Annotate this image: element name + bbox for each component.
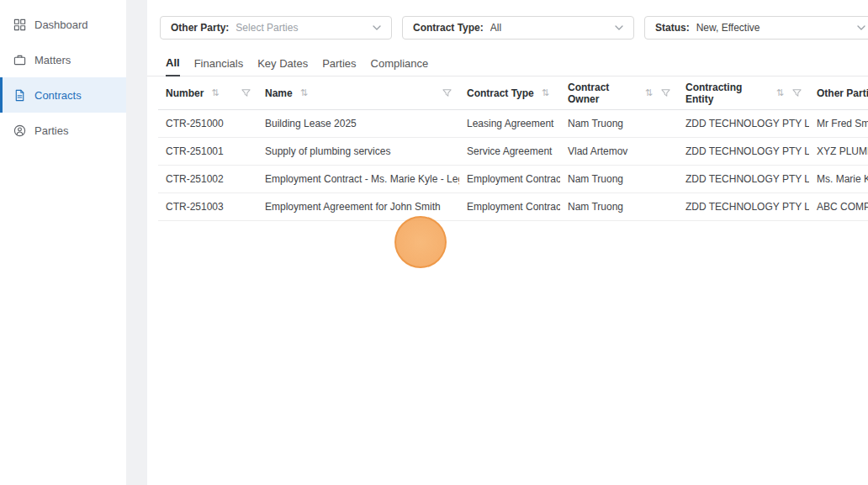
main-panel: Other Party: Select Parties Contract Typ… xyxy=(147,0,868,485)
filter-label: Contract Type: xyxy=(413,22,484,34)
table-header: Number ⇅ Name ⇅ Contract Type ⇅ Contract… xyxy=(158,76,868,110)
cell-name: Employment Contract - Ms. Marie Kyle - L… xyxy=(257,173,459,185)
column-label: Contract Type xyxy=(467,87,534,99)
table-row[interactable]: CTR-251002 Employment Contract - Ms. Mar… xyxy=(158,166,868,193)
sort-icon[interactable]: ⇅ xyxy=(645,87,653,98)
tab-compliance[interactable]: Compliance xyxy=(371,57,429,76)
filter-label: Other Party: xyxy=(171,22,229,34)
sort-icon[interactable]: ⇅ xyxy=(776,87,784,98)
cell-contracting-entity: ZDD TECHNOLOGY PTY LTD xyxy=(678,118,809,129)
sort-icon[interactable]: ⇅ xyxy=(211,87,219,98)
sidebar: Dashboard Matters Contracts xyxy=(0,0,126,485)
column-header-number[interactable]: Number ⇅ xyxy=(158,87,257,99)
cell-other-parties: XYZ PLUMBING xyxy=(809,145,868,157)
sort-icon[interactable]: ⇅ xyxy=(542,87,549,98)
sidebar-item-label: Dashboard xyxy=(34,18,88,31)
column-label: Number xyxy=(166,87,204,99)
filter-funnel-icon[interactable] xyxy=(442,88,452,98)
dashboard-icon xyxy=(13,18,26,31)
sidebar-item-label: Matters xyxy=(34,54,71,66)
tab-financials[interactable]: Financials xyxy=(194,57,244,76)
filter-value: All xyxy=(490,22,608,34)
cell-contracting-entity: ZDD TECHNOLOGY PTY LTD xyxy=(678,145,809,157)
column-label: Contracting Entity xyxy=(685,82,769,105)
column-label: Contract Owner xyxy=(568,82,638,105)
table-row[interactable]: CTR-251001 Supply of plumbing services S… xyxy=(158,138,868,166)
table-row[interactable]: CTR-251000 Building Lease 2025 Leasing A… xyxy=(158,110,868,138)
chevron-down-icon xyxy=(615,25,623,30)
sidebar-item-label: Contracts xyxy=(34,89,82,102)
contracts-icon xyxy=(13,89,26,102)
column-label: Other Parties xyxy=(817,87,868,99)
cell-name: Building Lease 2025 xyxy=(257,118,459,129)
cell-number: CTR-251002 xyxy=(158,173,257,185)
cell-other-parties: Mr Fred Smith xyxy=(809,118,868,129)
filter-funnel-icon[interactable] xyxy=(241,88,251,98)
filter-value: Select Parties xyxy=(236,22,366,34)
sort-icon[interactable]: ⇅ xyxy=(300,87,308,98)
cell-contract-type: Leasing Agreement xyxy=(459,118,560,129)
sidebar-item-parties[interactable]: Parties xyxy=(0,113,126,148)
chevron-down-icon xyxy=(373,25,381,30)
cell-contract-owner: Nam Truong xyxy=(560,118,678,129)
table-row[interactable]: CTR-251003 Employment Agreement for John… xyxy=(158,193,868,221)
sidebar-nav: Dashboard Matters Contracts xyxy=(0,0,126,148)
column-header-contract-owner[interactable]: Contract Owner ⇅ xyxy=(560,82,678,105)
sidebar-item-label: Parties xyxy=(34,124,68,137)
tab-bar: All Financials Key Dates Parties Complia… xyxy=(147,57,868,76)
cell-number: CTR-251000 xyxy=(158,118,257,129)
column-header-contracting-entity[interactable]: Contracting Entity ⇅ xyxy=(678,82,809,105)
filter-value: New, Effective xyxy=(696,22,850,34)
tab-parties[interactable]: Parties xyxy=(322,57,356,76)
contracts-table: Number ⇅ Name ⇅ Contract Type ⇅ Contract… xyxy=(158,76,868,221)
cell-other-parties: Ms. Marie Kyle xyxy=(809,173,868,185)
cell-contracting-entity: ZDD TECHNOLOGY PTY LTD xyxy=(678,201,809,213)
chevron-down-icon xyxy=(857,25,865,30)
column-header-other-parties[interactable]: Other Parties xyxy=(809,87,868,99)
parties-icon xyxy=(13,124,26,137)
cell-contract-owner: Vlad Artemov xyxy=(560,145,678,157)
cell-contract-owner: Nam Truong xyxy=(560,173,678,185)
cell-name: Employment Agreement for John Smith xyxy=(257,201,459,213)
cell-contract-type: Employment Contract xyxy=(459,173,560,185)
cell-contract-type: Service Agreement xyxy=(459,145,560,157)
cell-contract-type: Employment Contract xyxy=(459,201,560,213)
tab-key-dates[interactable]: Key Dates xyxy=(257,57,308,76)
other-party-filter[interactable]: Other Party: Select Parties xyxy=(160,16,392,40)
sidebar-item-dashboard[interactable]: Dashboard xyxy=(0,7,126,42)
cell-other-parties: ABC COMPANY xyxy=(809,201,868,213)
cell-number: CTR-251001 xyxy=(158,145,257,157)
filter-label: Status: xyxy=(655,22,690,34)
filter-bar: Other Party: Select Parties Contract Typ… xyxy=(147,0,868,40)
filter-funnel-icon[interactable] xyxy=(661,88,670,98)
cell-contracting-entity: ZDD TECHNOLOGY PTY LTD xyxy=(678,173,809,185)
contract-type-filter[interactable]: Contract Type: All xyxy=(402,16,634,40)
column-header-name[interactable]: Name ⇅ xyxy=(257,87,459,99)
cell-number: CTR-251003 xyxy=(158,201,257,213)
cell-contract-owner: Nam Truong xyxy=(560,201,678,213)
status-filter[interactable]: Status: New, Effective xyxy=(644,16,868,40)
matters-icon xyxy=(13,54,26,66)
column-label: Name xyxy=(265,87,293,99)
sidebar-item-matters[interactable]: Matters xyxy=(0,42,126,77)
sidebar-item-contracts[interactable]: Contracts xyxy=(0,77,126,113)
column-header-contract-type[interactable]: Contract Type ⇅ xyxy=(459,87,560,99)
filter-funnel-icon[interactable] xyxy=(792,88,802,98)
cell-name: Supply of plumbing services xyxy=(257,145,459,157)
tab-all[interactable]: All xyxy=(166,56,180,76)
